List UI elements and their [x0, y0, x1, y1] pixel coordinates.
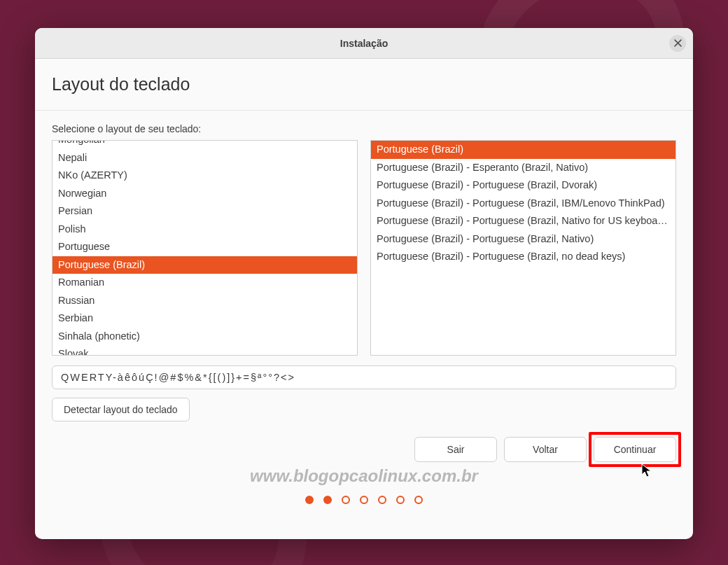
list-item[interactable]: Portuguese (Brazil) - Esperanto (Brazil,… — [371, 159, 676, 177]
layout-lists: MongolianNepaliNKo (AZERTY)NorwegianPers… — [52, 140, 676, 356]
divider — [35, 110, 693, 111]
close-icon — [674, 39, 682, 47]
list-item[interactable]: Portuguese (Brazil) - Portuguese (Brazil… — [371, 176, 676, 195]
watermark-text: www.blogopcaolinux.com.br — [52, 466, 676, 486]
instruction-label: Selecione o layout de seu teclado: — [52, 123, 676, 134]
list-item[interactable]: Sinhala (phonetic) — [52, 328, 357, 346]
language-listbox[interactable]: MongolianNepaliNKo (AZERTY)NorwegianPers… — [52, 140, 358, 356]
quit-button[interactable]: Sair — [414, 437, 497, 462]
list-item[interactable]: Portuguese (Brazil) - Portuguese (Brazil… — [371, 248, 676, 266]
variant-listbox[interactable]: Portuguese (Brazil)Portuguese (Brazil) -… — [370, 140, 676, 356]
list-item[interactable]: NKo (AZERTY) — [52, 167, 357, 185]
close-button[interactable] — [669, 35, 686, 52]
list-item[interactable]: Polish — [52, 221, 357, 239]
progress-dot — [414, 496, 423, 504]
keyboard-test-input[interactable] — [52, 365, 676, 389]
page-title: Layout do teclado — [52, 74, 676, 95]
installer-window: Instalação Layout do teclado Selecione o… — [35, 28, 693, 539]
list-item[interactable]: Persian — [52, 202, 357, 221]
list-item[interactable]: Portuguese (Brazil) - Portuguese (Brazil… — [371, 212, 676, 230]
list-item[interactable]: Serbian — [52, 309, 357, 328]
window-title: Instalação — [340, 38, 388, 49]
progress-dot — [378, 496, 386, 504]
list-item[interactable]: Romanian — [52, 274, 357, 292]
list-item[interactable]: Portuguese (Brazil) - Portuguese (Brazil… — [371, 230, 676, 249]
list-item[interactable]: Portuguese (Brazil) — [371, 141, 676, 159]
titlebar: Instalação — [35, 28, 693, 59]
list-item[interactable]: Nepali — [52, 149, 357, 167]
list-item[interactable]: Mongolian — [52, 140, 357, 149]
progress-dot — [396, 496, 405, 504]
detect-layout-button[interactable]: Detectar layout do teclado — [52, 398, 190, 421]
content-area: Layout do teclado Selecione o layout de … — [35, 59, 693, 539]
progress-dot — [342, 496, 350, 504]
list-item[interactable]: Russian — [52, 292, 357, 310]
footer-buttons: Sair Voltar Continuar — [52, 437, 676, 462]
continue-button[interactable]: Continuar — [594, 437, 676, 462]
list-item[interactable]: Portuguese (Brazil) - Portuguese (Brazil… — [371, 195, 676, 213]
list-item[interactable]: Portuguese — [52, 238, 357, 256]
progress-dot — [305, 496, 314, 504]
list-item[interactable]: Slovak — [52, 345, 357, 356]
list-item[interactable]: Norwegian — [52, 185, 357, 203]
progress-dot — [323, 496, 332, 504]
list-item[interactable]: Portuguese (Brazil) — [52, 256, 357, 274]
progress-dots — [52, 496, 676, 504]
progress-dot — [360, 496, 368, 504]
back-button[interactable]: Voltar — [504, 437, 587, 462]
